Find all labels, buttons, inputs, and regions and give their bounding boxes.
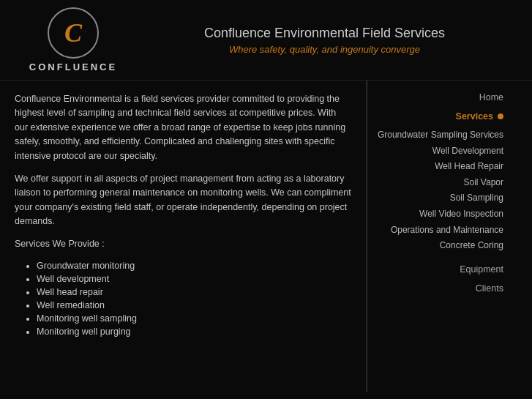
list-item: Well development (37, 274, 351, 284)
list-item: Well head repair (37, 287, 351, 297)
content-area: Confluence Environmental is a field serv… (0, 81, 366, 392)
nav-label: Home (479, 92, 503, 102)
logo-name: CONFLUENCE (29, 61, 117, 72)
nav-label: Services (456, 111, 493, 122)
subnav-item[interactable]: Concrete Coring (372, 238, 506, 254)
sidebar: HomeServicesGroundwater Sampling Service… (366, 81, 512, 392)
active-dot (498, 113, 503, 119)
list-item: Groundwater monitoring (37, 261, 351, 271)
subnav-item[interactable]: Soil Vapor (372, 175, 506, 191)
site-subtitle: Where safety, quality, and ingenuity con… (132, 44, 517, 55)
subnav-item[interactable]: Operations and Maintenance (372, 223, 506, 239)
header: C CONFLUENCE Confluence Environmental Fi… (0, 0, 532, 81)
subnav-item[interactable]: Groundwater Sampling Services (372, 127, 506, 143)
services-list: Groundwater monitoringWell developmentWe… (15, 261, 351, 337)
list-item: Well remediation (37, 300, 351, 310)
subnav-item[interactable]: Soil Sampling (372, 190, 506, 206)
logo-area: C CONFLUENCE (15, 7, 132, 72)
nav-label: Clients (476, 283, 503, 294)
nav-item-clients[interactable]: Clients (367, 279, 512, 298)
intro-paragraph-1: Confluence Environmental is a field serv… (15, 92, 351, 163)
services-header: Services We Provide : (15, 237, 351, 251)
nav-item-services[interactable]: Services (367, 107, 512, 126)
nav-item-equipment[interactable]: Equipment (367, 260, 512, 279)
logo-letter: C (64, 18, 82, 48)
logo-circle: C (48, 7, 99, 59)
intro-paragraph-2: We offer support in all aspects of proje… (15, 172, 351, 229)
list-item: Monitoring well sampling (37, 313, 351, 324)
site-title: Confluence Environmental Field Services (132, 26, 517, 41)
subnav-item[interactable]: Well Development (372, 143, 506, 160)
subnav-item[interactable]: Well Head Repair (372, 159, 506, 175)
header-title-area: Confluence Environmental Field Services … (132, 26, 517, 55)
subnav-section: Groundwater Sampling ServicesWell Develo… (367, 127, 512, 254)
subnav-item[interactable]: Well Video Inspection (372, 206, 506, 223)
list-item: Monitoring well purging (37, 327, 351, 337)
nav-label: Equipment (460, 264, 503, 275)
nav-item-home[interactable]: Home (367, 88, 512, 107)
main-layout: Confluence Environmental is a field serv… (0, 81, 532, 392)
